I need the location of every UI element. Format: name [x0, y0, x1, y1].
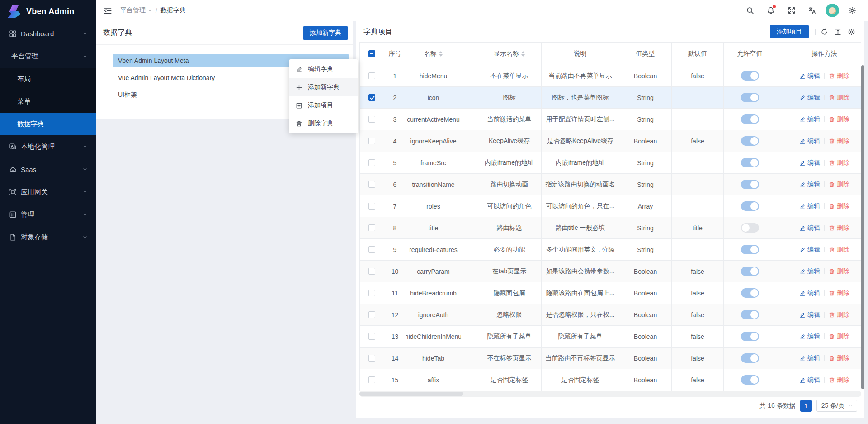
row-checkbox[interactable]	[368, 116, 375, 123]
allow-null-toggle[interactable]	[741, 93, 759, 102]
context-menu-item[interactable]: 编辑字典	[289, 60, 358, 78]
edit-button[interactable]: 编辑	[799, 72, 820, 80]
allow-null-toggle[interactable]	[741, 158, 759, 167]
delete-button[interactable]: 删除	[829, 311, 849, 319]
row-checkbox[interactable]	[368, 246, 375, 253]
row-checkbox[interactable]	[368, 376, 375, 383]
sidebar-item-localization[interactable]: 本地化管理	[0, 136, 96, 157]
allow-null-toggle[interactable]	[741, 267, 759, 276]
allow-null-toggle[interactable]	[741, 310, 759, 319]
cell-description: 路由title 一般必填	[542, 217, 619, 239]
allow-null-toggle[interactable]	[741, 136, 759, 146]
delete-button[interactable]: 删除	[829, 72, 849, 80]
delete-button[interactable]: 删除	[829, 267, 849, 276]
context-menu-item[interactable]: 添加项目	[289, 96, 358, 114]
add-dictionary-button[interactable]: 添加新字典	[303, 26, 348, 40]
row-checkbox[interactable]	[368, 268, 375, 275]
sidebar-item-saas[interactable]: Saas	[0, 158, 96, 180]
context-menu-item[interactable]: 添加新字典	[289, 78, 358, 96]
edit-button[interactable]: 编辑	[799, 137, 820, 145]
add-item-button[interactable]: 添加项目	[770, 25, 809, 38]
sidebar-item-layout[interactable]: 布局	[0, 68, 96, 90]
select-all-checkbox[interactable]	[368, 50, 375, 57]
allow-null-toggle[interactable]	[741, 288, 759, 298]
delete-button[interactable]: 删除	[829, 181, 849, 189]
delete-button[interactable]: 删除	[829, 289, 849, 297]
edit-button[interactable]: 编辑	[799, 94, 820, 102]
allow-null-toggle[interactable]	[741, 71, 759, 81]
delete-button[interactable]: 删除	[829, 333, 849, 341]
allow-null-toggle[interactable]	[741, 223, 759, 233]
edit-button[interactable]: 编辑	[799, 202, 820, 210]
delete-button[interactable]: 删除	[829, 224, 849, 232]
edit-button[interactable]: 编辑	[799, 246, 820, 254]
allow-null-toggle[interactable]	[741, 201, 759, 211]
delete-button[interactable]: 删除	[829, 137, 849, 145]
edit-button[interactable]: 编辑	[799, 224, 820, 232]
sidebar-item-platform-management[interactable]: 平台管理	[0, 45, 96, 67]
allow-null-toggle[interactable]	[741, 375, 759, 385]
delete-button[interactable]: 删除	[829, 159, 849, 167]
delete-button[interactable]: 删除	[829, 354, 849, 362]
row-checkbox[interactable]	[368, 290, 375, 296]
row-checkbox[interactable]	[368, 72, 375, 79]
cell-value-type: Boolean	[619, 261, 672, 282]
page-size-select[interactable]: 25 条/页	[816, 400, 857, 412]
delete-button[interactable]: 删除	[829, 94, 849, 102]
search-button[interactable]	[742, 3, 758, 18]
row-checkbox[interactable]	[368, 311, 375, 318]
edit-button[interactable]: 编辑	[799, 333, 820, 341]
allow-null-toggle[interactable]	[741, 114, 759, 124]
sidebar-item-menu[interactable]: 菜单	[0, 91, 96, 112]
vertical-scrollbar[interactable]	[861, 65, 864, 389]
settings-button[interactable]	[844, 3, 860, 18]
allow-null-toggle[interactable]	[741, 180, 759, 189]
search-icon	[746, 6, 754, 14]
edit-button[interactable]: 编辑	[799, 376, 820, 384]
row-checkbox[interactable]	[368, 224, 375, 231]
sidebar-item-object-storage[interactable]: 对象存储	[0, 226, 96, 248]
edit-button[interactable]: 编辑	[799, 354, 820, 362]
breadcrumb-platform[interactable]: 平台管理	[120, 6, 152, 14]
refresh-button[interactable]	[817, 25, 831, 38]
delete-button[interactable]: 删除	[829, 202, 849, 210]
edit-button[interactable]: 编辑	[799, 267, 820, 276]
translate-button[interactable]	[805, 3, 820, 18]
fullscreen-button[interactable]	[784, 3, 799, 18]
sidebar-item-dashboard[interactable]: Dashboard	[0, 23, 96, 44]
edit-button[interactable]: 编辑	[799, 289, 820, 297]
row-checkbox[interactable]	[368, 159, 375, 166]
logo[interactable]: Vben Admin	[0, 0, 96, 23]
allow-null-toggle[interactable]	[741, 353, 759, 363]
bell-button[interactable]	[763, 3, 778, 18]
row-checkbox[interactable]	[368, 138, 375, 144]
edit-button[interactable]: 编辑	[799, 311, 820, 319]
sort-icon[interactable]	[439, 51, 443, 57]
edit-button[interactable]: 编辑	[799, 115, 820, 124]
sidebar-item-manage[interactable]: 管理	[0, 204, 96, 225]
menu-fold-icon[interactable]	[103, 6, 112, 15]
delete-button[interactable]: 删除	[829, 115, 849, 124]
edit-icon	[799, 73, 806, 79]
sort-icon[interactable]	[521, 51, 525, 57]
line-height-button[interactable]	[831, 25, 844, 38]
action-divider	[824, 290, 825, 296]
avatar[interactable]	[826, 4, 839, 17]
context-menu-item[interactable]: 删除字典	[289, 114, 358, 133]
row-checkbox[interactable]	[368, 94, 375, 101]
row-checkbox[interactable]	[368, 181, 375, 188]
delete-button[interactable]: 删除	[829, 246, 849, 254]
delete-button[interactable]: 删除	[829, 376, 849, 384]
settings-button[interactable]	[844, 25, 858, 38]
allow-null-toggle[interactable]	[741, 245, 759, 254]
sidebar-item-app-gateway[interactable]: 应用网关	[0, 181, 96, 203]
row-checkbox[interactable]	[368, 333, 375, 340]
sidebar-item-data-dictionary[interactable]: 数据字典	[0, 113, 96, 135]
allow-null-toggle[interactable]	[741, 332, 759, 341]
row-checkbox[interactable]	[368, 203, 375, 210]
edit-button[interactable]: 编辑	[799, 181, 820, 189]
row-checkbox[interactable]	[368, 355, 375, 362]
page-number-button[interactable]: 1	[800, 400, 812, 412]
edit-button[interactable]: 编辑	[799, 159, 820, 167]
horizontal-scrollbar[interactable]	[359, 391, 861, 397]
